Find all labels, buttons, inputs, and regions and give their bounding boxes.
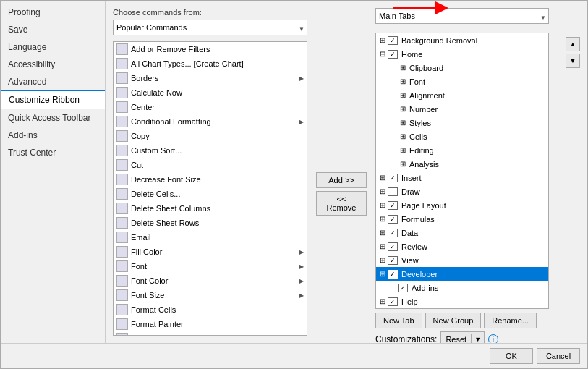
tree-expander-icon: ⊞	[378, 201, 388, 209]
command-item-font-color[interactable]: Font Color▶	[114, 273, 307, 288]
command-item-borders[interactable]: Borders▶	[114, 71, 307, 85]
command-item-calculate-now[interactable]: Calculate Now	[114, 85, 307, 100]
tree-checkbox[interactable]	[388, 36, 398, 45]
sidebar-item-advanced[interactable]: Advanced	[1, 73, 105, 90]
tree-item-cells[interactable]: ⊞Cells	[376, 130, 548, 143]
sidebar-item-accessibility[interactable]: Accessibility	[1, 56, 105, 73]
tree-item-alignment[interactable]: ⊞Alignment	[376, 88, 548, 102]
sidebar-item-quick-access-toolbar[interactable]: Quick Access Toolbar	[1, 109, 105, 127]
command-item-custom-sort[interactable]: Custom Sort...	[114, 143, 307, 158]
command-item-copy[interactable]: Copy	[114, 129, 307, 143]
tree-checkbox[interactable]	[388, 256, 398, 265]
tree-item-help[interactable]: ⊞Help	[376, 294, 548, 308]
tree-item-number[interactable]: ⊞Number	[376, 102, 548, 116]
submenu-arrow-icon: ▶	[299, 336, 304, 336]
tree-item-data[interactable]: ⊞Data	[376, 226, 548, 239]
command-icon	[116, 246, 128, 258]
add-button[interactable]: Add >>	[316, 172, 367, 188]
main-tabs-dropdown[interactable]: Main Tabs	[375, 8, 549, 24]
tree-checkbox[interactable]	[388, 50, 398, 59]
tree-checkbox[interactable]	[388, 187, 398, 196]
sidebar-item-trust-center[interactable]: Trust Center	[1, 144, 105, 161]
tree-item-review[interactable]: ⊞Review	[376, 239, 548, 253]
tree-item-label: Home	[401, 50, 422, 59]
tree-item-background-removal[interactable]: ⊞Background Removal	[376, 33, 548, 47]
command-item-all-chart-types[interactable]: All Chart Types... [Create Chart]	[114, 56, 307, 71]
sidebar-item-save[interactable]: Save	[1, 21, 105, 38]
command-item-cut[interactable]: Cut	[114, 158, 307, 172]
command-label: Cut	[131, 161, 304, 169]
tree-item-editing[interactable]: ⊞Editing	[376, 143, 548, 157]
tree-checkbox[interactable]	[388, 201, 398, 210]
tree-scroll-area: ▲ ▼	[566, 8, 580, 336]
reset-label[interactable]: Reset	[441, 334, 472, 343]
main-tabs-tree[interactable]: ⊞Background Removal⊟Home⊞Clipboard⊞Font⊞…	[375, 33, 549, 309]
tree-item-analysis[interactable]: ⊞Analysis	[376, 157, 548, 171]
tree-item-add-ins[interactable]: Add-ins	[376, 281, 548, 294]
sidebar-item-customize-ribbon[interactable]: Customize Ribbon	[1, 90, 105, 109]
sidebar-item-proofing[interactable]: Proofing	[1, 4, 105, 21]
tree-checkbox[interactable]	[398, 284, 408, 292]
command-icon	[116, 260, 128, 272]
tree-item-formulas[interactable]: ⊞Formulas	[376, 212, 548, 226]
command-item-center[interactable]: Center	[114, 100, 307, 114]
tree-item-developer[interactable]: ⊞Developer	[376, 267, 548, 281]
commands-dropdown[interactable]: Popular Commands	[113, 20, 307, 35]
command-item-fill-color[interactable]: Fill Color▶	[114, 245, 307, 259]
new-group-button[interactable]: New Group	[425, 313, 482, 328]
new-tab-button[interactable]: New Tab	[375, 313, 422, 328]
command-label: Custom Sort...	[131, 146, 304, 155]
tree-item-draw[interactable]: ⊞Draw	[376, 184, 548, 198]
command-icon	[116, 43, 128, 55]
tree-item-font[interactable]: ⊞Font	[376, 75, 548, 88]
tree-checkbox[interactable]	[388, 215, 398, 224]
command-label: Decrease Font Size	[131, 175, 304, 184]
tree-checkbox[interactable]	[388, 242, 398, 251]
reset-dropdown[interactable]: Reset ▼	[440, 331, 485, 343]
command-item-decrease-font-size[interactable]: Decrease Font Size	[114, 172, 307, 187]
tree-item-label: Draw	[401, 187, 420, 196]
command-item-font[interactable]: Font▶	[114, 259, 307, 273]
command-item-conditional-formatting[interactable]: Conditional Formatting▶	[114, 114, 307, 129]
tree-expander-icon: ⊞	[378, 215, 388, 223]
sidebar-item-add-ins[interactable]: Add-ins	[1, 127, 105, 144]
command-item-format-painter[interactable]: Format Painter	[114, 317, 307, 331]
tree-item-home[interactable]: ⊟Home	[376, 47, 548, 61]
command-item-delete-sheet-rows[interactable]: Delete Sheet Rows	[114, 216, 307, 230]
tree-item-insert[interactable]: ⊞Insert	[376, 171, 548, 184]
tree-expander-icon: ⊞	[378, 297, 388, 305]
tree-checkbox[interactable]	[388, 229, 398, 237]
command-item-freeze-panes[interactable]: Freeze Panes▶	[114, 331, 307, 336]
reset-arrow-icon[interactable]: ▼	[472, 334, 484, 343]
command-item-delete-sheet-columns[interactable]: Delete Sheet Columns	[114, 201, 307, 216]
tree-up-button[interactable]: ▲	[566, 37, 580, 51]
command-icon	[116, 101, 128, 113]
command-item-email[interactable]: Email	[114, 230, 307, 245]
command-label: Center	[131, 103, 304, 111]
tree-item-label: Review	[401, 242, 427, 251]
tree-item-styles[interactable]: ⊞Styles	[376, 116, 548, 130]
tree-item-page-layout[interactable]: ⊞Page Layout	[376, 198, 548, 212]
reset-info-icon[interactable]: i	[488, 334, 498, 343]
command-item-delete-cells[interactable]: Delete Cells...	[114, 187, 307, 201]
tree-checkbox[interactable]	[388, 297, 398, 306]
tree-item-label: Styles	[409, 119, 431, 127]
tree-item-view[interactable]: ⊞View	[376, 253, 548, 267]
remove-button[interactable]: << Remove	[316, 191, 367, 216]
tree-expander-icon: ⊞	[378, 36, 388, 44]
rename-button[interactable]: Rename...	[484, 313, 537, 328]
command-item-font-size[interactable]: Font Size▶	[114, 288, 307, 302]
tree-expander-icon: ⊞	[378, 242, 388, 250]
commands-list[interactable]: Add or Remove FiltersAll Chart Types... …	[113, 41, 307, 336]
cancel-button[interactable]: Cancel	[537, 348, 580, 364]
ok-button[interactable]: OK	[490, 348, 533, 364]
command-icon	[116, 174, 128, 185]
tree-checkbox[interactable]	[388, 174, 398, 182]
command-icon	[116, 145, 128, 156]
tree-down-button[interactable]: ▼	[566, 54, 580, 68]
command-item-add-remove-filters[interactable]: Add or Remove Filters	[114, 42, 307, 56]
tree-checkbox[interactable]	[388, 270, 398, 279]
command-item-format-cells[interactable]: Format Cells	[114, 302, 307, 317]
sidebar-item-language[interactable]: Language	[1, 38, 105, 56]
tree-item-clipboard[interactable]: ⊞Clipboard	[376, 61, 548, 75]
